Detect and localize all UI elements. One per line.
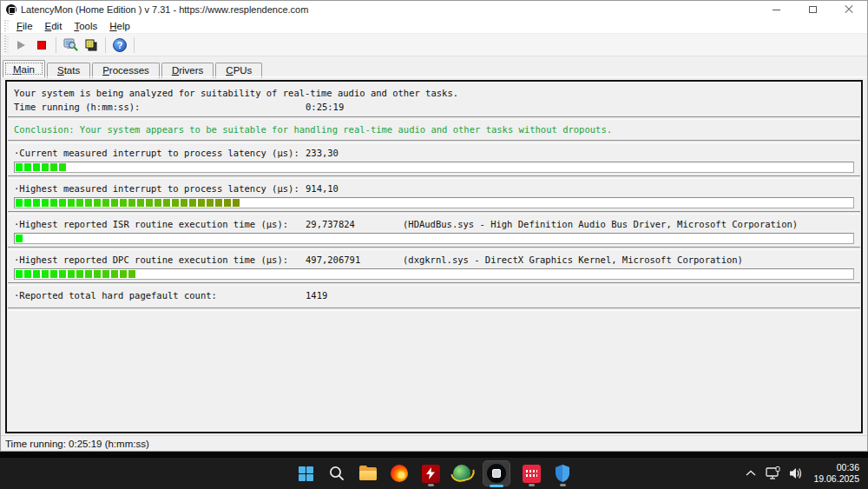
firefox-icon <box>391 465 408 482</box>
report-button[interactable] <box>81 36 102 55</box>
minimize-button[interactable] <box>758 1 794 18</box>
row-divider <box>8 282 860 286</box>
metric-row-label: ·Reported total hard pagefault count: 14… <box>7 288 861 302</box>
running-indicator <box>428 484 434 486</box>
dpc-bar <box>14 268 854 280</box>
taskbar-clock[interactable]: 00:36 19.06.2025 <box>810 462 865 485</box>
taskbar: 00:36 19.06.2025 <box>0 458 868 489</box>
section-divider <box>8 140 860 143</box>
isr-bar <box>14 233 854 244</box>
tab-cpus[interactable]: CPUs <box>215 63 262 78</box>
help-button[interactable]: ? <box>109 36 130 55</box>
toolbar: ? <box>1 34 867 56</box>
maximize-icon <box>809 6 817 13</box>
stop-monitor-button[interactable] <box>31 36 52 55</box>
latencymon-window: LatencyMon (Home Edition ) v 7.31 - http… <box>0 0 868 452</box>
red-pixel-app-button[interactable] <box>520 460 542 486</box>
menubar-grip[interactable] <box>4 20 9 31</box>
active-app-tile <box>483 460 510 486</box>
analyze-icon <box>62 37 78 53</box>
latency-bar-highest <box>14 197 854 208</box>
menu-edit[interactable]: Edit <box>39 20 69 32</box>
app-icon <box>6 4 16 15</box>
start-monitor-button[interactable] <box>10 36 31 55</box>
running-indicator <box>560 484 566 486</box>
main-panel: Your system is being analyzed for suitab… <box>5 80 863 433</box>
metric-row-label: ·Highest reported DPC routine execution … <box>7 253 861 267</box>
maximize-button[interactable] <box>794 1 831 18</box>
row-divider <box>8 307 860 311</box>
tab-drivers[interactable]: Drivers <box>161 63 214 78</box>
tabbar: Main Stats Processes Drivers CPUs <box>1 56 867 77</box>
windows-security-button[interactable] <box>551 460 574 486</box>
toolbar-separator <box>105 37 106 53</box>
red-bolt-app-icon <box>422 465 440 483</box>
tab-stats[interactable]: Stats <box>47 63 90 78</box>
time-running-label: Time running (h:mm:ss): <box>14 102 306 112</box>
metric-row-label: ·Highest reported ISR routine execution … <box>7 217 861 231</box>
time-running-value: 0:25:19 <box>306 102 403 112</box>
tab-processes[interactable]: Processes <box>92 63 160 78</box>
tray-expand-button[interactable] <box>742 461 760 486</box>
menu-tools[interactable]: Tools <box>68 20 103 32</box>
close-button[interactable] <box>831 1 867 18</box>
search-button[interactable] <box>326 460 348 486</box>
toolbar-separator <box>134 37 135 53</box>
menu-file[interactable]: File <box>10 20 39 32</box>
network-icon <box>766 466 781 480</box>
file-explorer-icon <box>359 467 377 480</box>
volume-icon <box>788 466 804 480</box>
network-tray-button[interactable] <box>765 461 782 486</box>
firefox-button[interactable] <box>388 460 411 486</box>
report-icon <box>83 37 99 53</box>
latencymon-taskbar-button[interactable] <box>482 460 511 486</box>
metric-row-label: ·Current measured interrupt to process l… <box>7 146 861 160</box>
red-pixel-app-icon <box>523 465 541 483</box>
statusbar-text: Time running: 0:25:19 (h:mm:ss) <box>5 439 149 449</box>
menubar: File Edit Tools Help <box>1 18 867 34</box>
file-explorer-button[interactable] <box>357 460 379 486</box>
volume-tray-button[interactable] <box>787 461 805 486</box>
stop-icon <box>37 41 46 50</box>
titlebar[interactable]: LatencyMon (Home Edition ) v 7.31 - http… <box>1 1 867 18</box>
latencymon-icon <box>487 464 506 483</box>
time-running-line: Time running (h:mm:ss): 0:25:19 <box>7 100 861 114</box>
running-indicator <box>529 484 535 486</box>
row-divider <box>8 175 860 179</box>
metric-row-label: ·Highest measured interrupt to process l… <box>7 182 861 195</box>
start-button[interactable] <box>294 460 317 486</box>
play-icon <box>17 41 25 50</box>
toolbar-separator <box>56 37 56 53</box>
globe-app-button[interactable] <box>450 460 473 486</box>
conclusion-text: Conclusion: Your system appears to be su… <box>7 122 861 137</box>
analyzing-line: Your system is being analyzed for suitab… <box>7 86 861 100</box>
section-divider <box>8 116 860 120</box>
clock-time: 00:36 <box>813 462 859 473</box>
search-icon <box>328 465 345 482</box>
start-icon <box>299 466 313 481</box>
tab-main[interactable]: Main <box>3 60 45 77</box>
chevron-up-icon <box>746 470 756 477</box>
desktop[interactable] <box>0 452 868 458</box>
security-shield-icon <box>554 464 571 483</box>
statusbar: Time running: 0:25:19 (h:mm:ss) <box>1 435 867 451</box>
row-divider <box>8 211 860 215</box>
minimize-icon <box>773 10 780 10</box>
clock-date: 19.06.2025 <box>813 473 859 485</box>
window-title: LatencyMon (Home Edition ) v 7.31 - http… <box>21 4 308 15</box>
red-bolt-app-button[interactable] <box>419 460 442 486</box>
analyze-button[interactable] <box>60 36 81 55</box>
globe-app-icon <box>453 465 470 482</box>
toolbar-grip[interactable] <box>4 36 9 54</box>
row-divider <box>8 247 860 250</box>
active-indicator <box>490 485 503 487</box>
help-icon: ? <box>113 38 127 52</box>
latency-bar-current <box>14 162 854 173</box>
close-icon <box>845 5 853 14</box>
menu-help[interactable]: Help <box>103 20 136 32</box>
